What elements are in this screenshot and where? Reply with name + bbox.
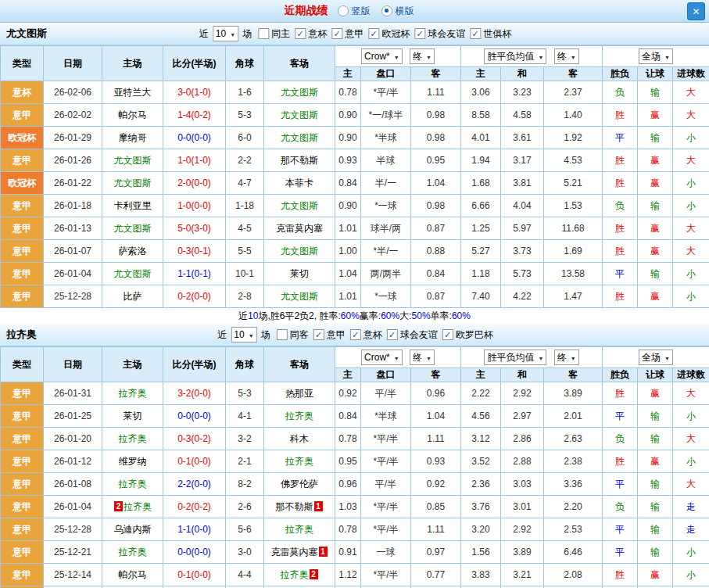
euro-draw-odds: 3.21 xyxy=(501,564,544,586)
euro-away-odds: 5.21 xyxy=(544,172,603,195)
europe-period-select[interactable]: 终 xyxy=(554,48,579,64)
checkbox-checked-icon[interactable] xyxy=(368,28,379,39)
competition-filter[interactable]: 世俱杯 xyxy=(470,27,511,41)
asia-handicap: *半球 xyxy=(361,127,411,149)
result-handicap: 赢 xyxy=(638,172,673,195)
team-label: 尤文图斯 xyxy=(281,87,318,98)
asia-home-odds: 0.93 xyxy=(335,149,361,172)
score: 0-0(0-0) xyxy=(163,127,226,149)
asia-period-select[interactable]: 终 xyxy=(410,48,435,64)
team-label: 科木 xyxy=(290,433,309,444)
asia-period-select[interactable]: 终 xyxy=(410,350,435,365)
corner-score: 5-5 xyxy=(226,240,264,263)
col-date: 日期 xyxy=(44,46,102,81)
checkbox-checked-icon[interactable] xyxy=(470,28,481,39)
competition-filter[interactable]: 意杯 xyxy=(350,328,382,342)
asia-odds-selectors: Crow* 终 xyxy=(335,46,461,67)
team-label: 克雷莫内塞 xyxy=(271,547,318,558)
filter-label: 同主 xyxy=(271,27,290,41)
asia-away-odds: 1.04 xyxy=(411,172,461,195)
corner-score: 2-6 xyxy=(226,496,264,518)
checkbox-checked-icon[interactable] xyxy=(387,329,398,340)
radio-selected-icon[interactable] xyxy=(381,5,392,16)
radio-unselected-icon[interactable] xyxy=(338,5,349,16)
asia-home-odds: 1.04 xyxy=(335,263,361,285)
euro-draw-odds: 3.73 xyxy=(501,240,544,263)
close-button[interactable]: ✕ xyxy=(687,2,705,20)
euro-away-odds: 6.46 xyxy=(544,541,603,564)
corner-score: 4-7 xyxy=(226,172,264,195)
result-handicap: 赢 xyxy=(638,450,673,473)
scope-select[interactable]: 全场 xyxy=(639,48,673,64)
col-goals-result: 进球数 xyxy=(673,368,709,382)
competition-filter[interactable]: 欧冠杯 xyxy=(368,27,410,41)
asia-handicap: *一/球半 xyxy=(361,104,411,127)
euro-home-odds: 1.18 xyxy=(461,263,501,285)
corner-score: 8-2 xyxy=(226,473,264,496)
result-goals: 大 xyxy=(673,149,709,172)
match-row: 意甲25-12-28比萨0-2(0-0)2-8尤文图斯1.01*一球0.877.… xyxy=(1,285,709,308)
away-team: 尤文图斯 xyxy=(264,195,335,217)
bookmaker-select[interactable]: Crow* xyxy=(361,350,403,365)
result-handicap: 赢 xyxy=(638,217,673,240)
close-icon: ✕ xyxy=(692,6,700,17)
result-handicap: 输 xyxy=(638,405,673,428)
euro-home-odds: 1.94 xyxy=(461,149,501,172)
competition-type: 意甲 xyxy=(1,541,44,564)
score: 3-2(0-0) xyxy=(163,382,226,405)
competition-filter[interactable]: 欧罗巴杯 xyxy=(442,328,493,342)
filter-label: 意杯 xyxy=(363,328,382,342)
checkbox-unchecked-icon[interactable] xyxy=(277,329,288,340)
match-date: 26-01-20 xyxy=(44,428,102,450)
result-goals: 小 xyxy=(673,564,709,586)
competition-filter[interactable]: 球会友谊 xyxy=(387,328,438,342)
result-goals: 小 xyxy=(673,450,709,473)
match-row: 意甲26-01-042拉齐奥0-2(0-2)2-6那不勒斯11.03*平/半0.… xyxy=(1,496,709,518)
europe-metric-select[interactable]: 胜平负均值 xyxy=(484,48,546,64)
filter-label: 欧罗巴杯 xyxy=(456,328,493,342)
result-goals: 小 xyxy=(673,541,709,564)
home-team: 拉齐奥 xyxy=(102,428,163,450)
europe-metric-select[interactable]: 胜平负均值 xyxy=(484,350,546,365)
match-count-select[interactable]: 10 xyxy=(231,327,256,342)
competition-filter[interactable]: 球会友谊 xyxy=(414,27,465,41)
away-team: 尤文图斯 xyxy=(264,285,335,308)
bookmaker-select[interactable]: Crow* xyxy=(361,48,403,64)
result-outcome: 胜 xyxy=(603,217,638,240)
europe-period-select[interactable]: 终 xyxy=(554,350,579,365)
euro-draw-odds: 3.81 xyxy=(501,172,544,195)
competition-filter[interactable]: 意甲 xyxy=(331,27,363,41)
team-label: 尤文图斯 xyxy=(281,291,318,302)
match-count-select[interactable]: 10 xyxy=(213,26,238,41)
competition-filter[interactable]: 意杯 xyxy=(295,27,327,41)
match-row: 意甲26-02-02帕尔马1-4(0-2)5-3尤文图斯0.90*一/球半0.9… xyxy=(1,104,709,127)
same-venue-filter[interactable]: 同客 xyxy=(277,328,309,342)
checkbox-checked-icon[interactable] xyxy=(331,28,342,39)
summary-segment: 场,胜6平2负2, 胜率: xyxy=(258,310,340,323)
competition-filter[interactable]: 意甲 xyxy=(313,328,346,342)
checkbox-checked-icon[interactable] xyxy=(295,28,306,39)
match-date: 26-01-26 xyxy=(44,149,102,172)
asia-away-odds: 0.77 xyxy=(411,564,461,586)
euro-home-odds: 2.36 xyxy=(461,473,501,496)
euro-away-odds: 2.01 xyxy=(544,405,603,428)
layout-vertical-option[interactable]: 竖版 xyxy=(338,5,371,18)
result-handicap: 输 xyxy=(638,127,673,149)
competition-type: 意甲 xyxy=(1,263,44,285)
col-type: 类型 xyxy=(1,347,44,382)
euro-away-odds: 1.40 xyxy=(544,104,603,127)
euro-away-odds: 2.08 xyxy=(544,564,603,586)
result-goals: 小 xyxy=(673,285,709,308)
result-goals: 小 xyxy=(673,405,709,428)
layout-horizontal-option[interactable]: 横版 xyxy=(381,5,414,18)
same-venue-filter[interactable]: 同主 xyxy=(258,27,290,41)
scope-select[interactable]: 全场 xyxy=(639,350,673,365)
panel-title: 近期战绩 xyxy=(285,4,328,18)
checkbox-checked-icon[interactable] xyxy=(350,329,361,340)
competition-type: 意甲 xyxy=(1,104,44,127)
checkbox-unchecked-icon[interactable] xyxy=(258,28,269,39)
team-label: 维罗纳 xyxy=(119,456,147,467)
checkbox-checked-icon[interactable] xyxy=(414,28,425,39)
checkbox-checked-icon[interactable] xyxy=(442,329,453,340)
checkbox-checked-icon[interactable] xyxy=(313,329,324,340)
